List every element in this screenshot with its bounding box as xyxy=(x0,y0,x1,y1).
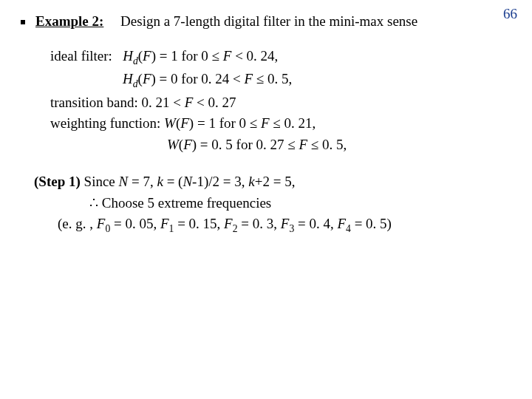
step-1-block: (Step 1) Since N = 7, k = (N-1)/2 = 3, k… xyxy=(34,171,511,236)
ideal-label: ideal filter: xyxy=(50,48,112,64)
page-number: 66 xyxy=(503,6,517,22)
le-symbol: ≤ xyxy=(311,137,318,152)
weighting-line-1: weighting function: W(F) = 1 for 0 ≤ F ≤… xyxy=(50,113,511,134)
w-symbol: W xyxy=(167,137,179,152)
eq-text: ) = 0. 5 for 0. 27 xyxy=(192,137,287,152)
slide-content: Example 2: Design a 7-length digital fil… xyxy=(0,0,532,236)
f-var: F xyxy=(185,95,194,110)
therefore-symbol: ∴ xyxy=(89,195,98,211)
example-title: Design a 7-length digital filter in the … xyxy=(120,13,417,29)
text: Since xyxy=(81,174,119,189)
eq-text: 0. 5, xyxy=(318,137,347,152)
eq-text: ) = 1 for 0 xyxy=(189,115,250,131)
spec-block: ideal filter: Hd(F) = 1 for 0 ≤ F < 0. 2… xyxy=(50,46,511,155)
f-var: F xyxy=(160,216,169,231)
step-1-line-2: ∴ Choose 5 extreme frequencies xyxy=(34,193,511,214)
ideal-line-1: ideal filter: Hd(F) = 1 for 0 ≤ F < 0. 2… xyxy=(50,46,511,69)
bullet-icon xyxy=(21,20,25,24)
eq-text: 0. 21, xyxy=(281,115,316,131)
w-symbol: W xyxy=(164,115,176,131)
sub-2: 2 xyxy=(233,223,238,234)
f-var: F xyxy=(183,137,192,152)
f-var: F xyxy=(224,216,233,231)
example-heading: Example 2: Design a 7-length digital fil… xyxy=(21,13,511,30)
h-symbol: H xyxy=(123,71,133,86)
d-subscript: d xyxy=(133,78,138,89)
f-var: F xyxy=(180,115,189,131)
tb-label: transition band: 0. 21 < xyxy=(50,95,185,110)
step-1-line-3: (e. g. , F0 = 0. 05, F1 = 0. 15, F2 = 0.… xyxy=(34,214,511,236)
f-var: F xyxy=(299,137,307,152)
eq-text: < 0. 24, xyxy=(231,48,278,64)
text: = 0. 05, xyxy=(110,216,160,231)
wf-label: weighting function: xyxy=(50,115,164,131)
text: = 0. 15, xyxy=(174,216,224,231)
example-line: Example 2: Design a 7-length digital fil… xyxy=(35,13,417,30)
k-var: k xyxy=(248,174,254,189)
text: = 7, xyxy=(128,174,157,189)
f-var: F xyxy=(261,115,270,131)
text: = 0. 3, xyxy=(238,216,281,231)
f-var: F xyxy=(219,48,231,64)
weighting-line-2: W(F) = 0. 5 for 0. 27 ≤ F ≤ 0. 5, xyxy=(50,134,511,156)
f-var: F xyxy=(244,71,253,86)
n-var: N xyxy=(119,174,129,189)
sub-4: 4 xyxy=(346,223,351,234)
text: = 0. 4, xyxy=(294,216,337,231)
f-var: F xyxy=(143,71,151,86)
step-1-line-1: (Step 1) Since N = 7, k = (N-1)/2 = 3, k… xyxy=(34,171,511,193)
text: Choose 5 extreme frequencies xyxy=(98,195,271,211)
tb-tail: < 0. 27 xyxy=(193,95,236,110)
h-symbol: H xyxy=(123,48,133,64)
le-symbol: ≤ xyxy=(250,115,257,131)
text: = ( xyxy=(163,174,183,189)
eq-text: ) = 0 for 0. 24 < xyxy=(151,71,245,86)
le-symbol: ≤ xyxy=(256,71,264,86)
ideal-line-2: Hd(F) = 0 for 0. 24 < F ≤ 0. 5, xyxy=(50,69,511,92)
eq-text: 0. 5, xyxy=(264,71,292,86)
example-label: Example 2: xyxy=(35,13,103,29)
f-var: F xyxy=(143,48,151,64)
le-symbol: ≤ xyxy=(287,137,295,152)
f-var: F xyxy=(281,216,290,231)
text: +2 = 5, xyxy=(255,174,296,189)
eq-text: ) = 1 for 0 xyxy=(151,48,212,64)
d-subscript: d xyxy=(133,55,138,66)
text: -1)/2 = 3, xyxy=(192,174,248,189)
text: (e. g. , xyxy=(58,216,97,231)
text: = 0. 5) xyxy=(351,216,392,231)
k-var: k xyxy=(157,174,163,189)
f-var: F xyxy=(97,216,106,231)
le-symbol: ≤ xyxy=(212,48,219,64)
f-var: F xyxy=(337,216,346,231)
transition-band-line: transition band: 0. 21 < F < 0. 27 xyxy=(50,92,511,114)
step-label: (Step 1) xyxy=(34,174,81,189)
n-var: N xyxy=(183,174,192,189)
le-symbol: ≤ xyxy=(273,115,280,131)
